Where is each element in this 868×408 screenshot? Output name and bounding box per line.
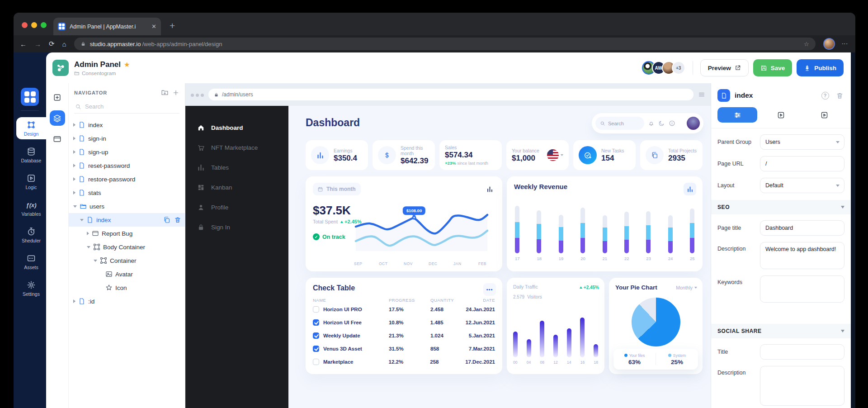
more-collaborators-badge[interactable]: +3 bbox=[672, 61, 685, 75]
table-menu-button[interactable]: ••• bbox=[483, 283, 496, 296]
pie-period-select[interactable]: Monthly bbox=[676, 285, 697, 290]
info-icon[interactable] bbox=[669, 120, 675, 127]
tree-item-stats[interactable]: stats bbox=[69, 186, 185, 199]
back-icon[interactable]: ← bbox=[20, 40, 27, 48]
page-url-input[interactable] bbox=[760, 156, 844, 171]
traffic-close-button[interactable] bbox=[22, 22, 28, 28]
layers-tool-button[interactable] bbox=[50, 110, 65, 126]
tree-item-reset-password[interactable]: reset-password bbox=[69, 159, 185, 172]
forward-icon[interactable]: → bbox=[34, 40, 41, 48]
menu-item-dashboard[interactable]: Dashboard bbox=[185, 118, 288, 138]
seo-description-textarea[interactable] bbox=[760, 242, 844, 269]
canvas-menu-icon[interactable] bbox=[698, 91, 705, 98]
browser-tab[interactable]: Admin Panel | AppMaster.i ✕ bbox=[53, 18, 161, 35]
tree-item-container[interactable]: Container bbox=[69, 254, 185, 267]
trash-icon[interactable] bbox=[174, 216, 181, 223]
chevron-down-icon[interactable] bbox=[87, 246, 90, 248]
seo-page-title-input[interactable] bbox=[760, 220, 844, 236]
navigator-search-input[interactable]: Search bbox=[74, 100, 179, 114]
chevron-down-icon[interactable] bbox=[80, 219, 84, 221]
chevron-right-icon[interactable] bbox=[73, 164, 75, 167]
social-description-textarea[interactable] bbox=[760, 366, 844, 406]
chevron-right-icon[interactable] bbox=[73, 299, 75, 303]
tree-item-sign-up[interactable]: sign-up bbox=[69, 145, 185, 159]
pages-tool-button[interactable] bbox=[50, 131, 65, 147]
menu-item-profile[interactable]: Profile bbox=[185, 197, 288, 217]
rail-item-database[interactable]: Database bbox=[16, 144, 46, 166]
save-button[interactable]: Save bbox=[753, 59, 793, 76]
tree-item-sign-in[interactable]: sign-in bbox=[69, 132, 185, 145]
delete-page-button[interactable] bbox=[835, 90, 844, 100]
currency-select[interactable] bbox=[547, 149, 563, 161]
row-checkbox[interactable] bbox=[313, 346, 319, 352]
omnibox[interactable]: studio.appmaster.io/web-apps/admin-panel… bbox=[74, 38, 816, 50]
rail-item-settings[interactable]: Settings bbox=[16, 277, 46, 299]
add-icon[interactable] bbox=[172, 89, 179, 96]
page-icon bbox=[78, 298, 85, 305]
help-button[interactable]: ? bbox=[820, 90, 830, 100]
tab-workflows[interactable] bbox=[761, 107, 801, 123]
chevron-right-icon[interactable] bbox=[73, 177, 75, 181]
chevron-down-icon[interactable] bbox=[94, 260, 97, 262]
chevron-right-icon[interactable] bbox=[73, 123, 75, 127]
row-checkbox[interactable] bbox=[313, 306, 319, 313]
menu-item-sign-in[interactable]: Sign In bbox=[185, 217, 288, 237]
browser-menu-icon[interactable]: ⋮ bbox=[843, 41, 847, 47]
tree-item-body-container[interactable]: Body Container bbox=[69, 240, 185, 254]
home-icon[interactable]: ⌂ bbox=[62, 40, 66, 48]
social-share-section-header[interactable]: SOCIAL SHARE bbox=[711, 324, 851, 338]
rail-item-sheduler[interactable]: Sheduler bbox=[16, 224, 46, 246]
row-checkbox[interactable] bbox=[313, 359, 319, 365]
row-checkbox[interactable] bbox=[313, 319, 319, 326]
menu-item-kanban[interactable]: Kanban bbox=[185, 177, 288, 197]
moon-icon[interactable] bbox=[658, 120, 665, 127]
row-checkbox[interactable] bbox=[313, 332, 319, 339]
add-folder-icon[interactable] bbox=[161, 89, 169, 96]
layout-select[interactable]: Default bbox=[760, 178, 844, 193]
preview-user-avatar[interactable] bbox=[687, 117, 700, 130]
rail-item-logic[interactable]: Logic bbox=[16, 171, 46, 193]
menu-item-nft-marketplace[interactable]: NFT Marketplace bbox=[185, 138, 288, 157]
canvas-url-field[interactable]: /admin/users bbox=[208, 89, 693, 100]
duplicate-icon[interactable] bbox=[163, 216, 170, 223]
tree-item-id[interactable]: :id bbox=[69, 294, 185, 308]
chevron-right-icon[interactable] bbox=[87, 232, 89, 235]
tree-item-index[interactable]: index bbox=[69, 213, 185, 227]
appmaster-logo[interactable] bbox=[21, 88, 39, 106]
reload-icon[interactable]: ⟳ bbox=[49, 40, 55, 48]
tree-item-report-bug[interactable]: Report Bug bbox=[69, 227, 185, 240]
seo-keywords-textarea[interactable] bbox=[760, 275, 844, 303]
chevron-down-icon[interactable] bbox=[73, 205, 77, 208]
tree-item-index[interactable]: index bbox=[69, 118, 185, 132]
chevron-right-icon[interactable] bbox=[73, 137, 75, 140]
tree-item-restore-password[interactable]: restore-password bbox=[69, 172, 185, 186]
chart-tooltip: $108.00 bbox=[403, 206, 425, 215]
chart-menu-button[interactable] bbox=[684, 183, 696, 195]
preview-button[interactable]: Preview bbox=[700, 59, 749, 76]
tree-item-icon[interactable]: Icon bbox=[69, 281, 185, 294]
social-title-input[interactable] bbox=[760, 344, 844, 360]
menu-item-tables[interactable]: Tables bbox=[185, 157, 288, 177]
browser-profile-avatar[interactable] bbox=[823, 38, 835, 50]
tab-properties[interactable] bbox=[717, 107, 757, 123]
traffic-zoom-button[interactable] bbox=[41, 22, 47, 28]
publish-button[interactable]: Publish bbox=[797, 59, 844, 76]
tab-triggers[interactable] bbox=[805, 107, 844, 123]
rail-item-assets[interactable]: Assets bbox=[16, 251, 46, 273]
chevron-right-icon[interactable] bbox=[73, 150, 75, 154]
tree-item-users[interactable]: users bbox=[69, 199, 185, 213]
bell-icon[interactable] bbox=[648, 120, 655, 127]
add-page-button[interactable] bbox=[50, 90, 65, 105]
tree-item-avatar[interactable]: Avatar bbox=[69, 267, 185, 281]
favorite-star-icon[interactable]: ★ bbox=[124, 61, 130, 69]
traffic-minimize-button[interactable] bbox=[31, 22, 37, 28]
parent-group-select[interactable]: Users bbox=[760, 134, 844, 150]
rail-item-design[interactable]: Design bbox=[16, 117, 46, 139]
preview-search-input[interactable]: Search bbox=[595, 117, 644, 130]
rail-item-variables[interactable]: ƒ(x)Variables bbox=[16, 197, 46, 219]
bookmark-star-icon[interactable]: ☆ bbox=[804, 41, 809, 47]
seo-section-header[interactable]: SEO bbox=[711, 200, 851, 214]
tab-close-icon[interactable]: ✕ bbox=[151, 23, 156, 30]
chevron-right-icon[interactable] bbox=[73, 191, 75, 195]
new-tab-button[interactable]: + bbox=[170, 21, 175, 30]
